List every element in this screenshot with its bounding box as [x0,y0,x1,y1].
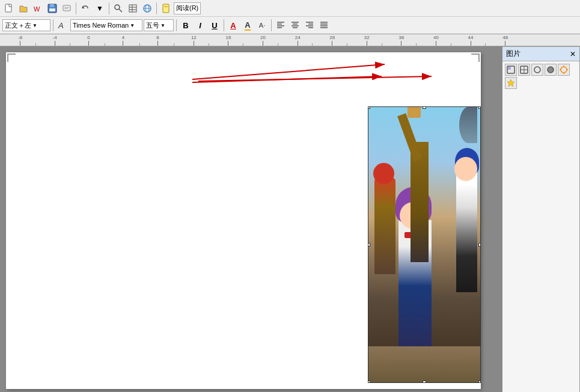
font-dropdown-arrow: ▼ [130,23,135,28]
ruler-tick-0: 0 [87,35,90,46]
svg-rect-7 [64,8,68,9]
svg-text:A: A [58,21,64,30]
main-area: 图片 ✕ [0,46,580,392]
font-highlight-button[interactable]: A [241,19,254,32]
paragraph-style-dropdown[interactable]: 正文＋左 ▼ [2,19,50,31]
image-tool-5[interactable] [558,64,570,76]
image-tool-4[interactable] [545,64,557,76]
sep7 [271,19,272,31]
svg-line-10 [119,9,122,12]
ruler-tick--2 [70,43,70,46]
print-preview-button[interactable] [60,2,73,15]
ruler-tick-38 [416,43,417,46]
align-right-button[interactable] [303,19,316,32]
read-mode-label: 阅读(R) [176,4,198,13]
undo-arrow-button[interactable]: ▼ [93,2,106,15]
ruler-tick-22 [278,43,278,46]
font-color-button[interactable]: A [227,19,240,32]
font-size-dropdown[interactable]: 五号 ▼ [144,19,174,31]
ruler-tick-28: 28 [329,35,335,46]
new-button[interactable] [2,2,16,15]
svg-text:W: W [34,5,40,13]
svg-rect-4 [49,8,55,11]
ruler-tick-2 [105,43,105,46]
svg-point-46 [534,67,540,73]
style-dropdown-arrow: ▼ [32,23,37,28]
ruler-tick--8: -8 [18,35,22,46]
sep6 [224,19,224,31]
svg-rect-5 [63,5,70,11]
ruler-tick-32: 32 [364,35,370,46]
bookmark-button[interactable] [159,2,172,15]
image-panel-label: 图片 [506,49,520,59]
image-tool-3[interactable] [531,64,543,76]
svg-rect-11 [129,5,136,12]
ruler-tick-14 [209,43,209,46]
wps-icon[interactable]: W [31,2,44,15]
ruler-tick-20: 20 [260,35,266,46]
ruler-tick-34 [382,43,382,46]
read-mode-button[interactable]: 阅读(R) [174,2,201,14]
image-panel-close[interactable]: ✕ [570,50,576,58]
ruler-tick-42 [451,43,451,46]
separator [76,2,76,14]
ruler-tick-36: 36 [398,35,404,46]
underline-button[interactable]: U [208,19,221,32]
ruler: -8-404812162024283236404448 [0,34,580,46]
ruler-tick--4: -4 [53,35,57,46]
ruler-tick-26 [312,43,313,46]
resize-handle-mr[interactable] [478,243,481,247]
image-tool-2[interactable] [518,64,530,76]
ruler-tick-8: 8 [156,35,159,46]
font-special-button[interactable]: A· [255,19,269,32]
table-button[interactable] [126,2,139,15]
image-panel: 图片 ✕ [502,46,580,392]
resize-handle-bc[interactable] [423,381,426,383]
resize-handle-br[interactable] [478,381,481,383]
svg-point-49 [561,67,567,73]
image-tool-1[interactable] [505,64,517,76]
embedded-image[interactable] [368,106,481,383]
svg-point-9 [115,5,120,10]
toolbar-row1: W ▼ 阅读(R) [0,0,580,17]
toolbar-row2: 正文＋左 ▼ A Times New Roman ▼ 五号 ▼ B I U [0,17,580,34]
ruler-tick-4: 4 [122,35,124,46]
svg-point-47 [548,67,554,73]
align-left-button[interactable] [274,19,287,32]
svg-rect-0 [5,4,11,12]
resize-handle-ml[interactable] [368,243,370,247]
size-dropdown-arrow: ▼ [160,23,165,28]
ruler-tick-48: 48 [502,35,508,46]
web-button[interactable] [141,2,154,15]
open-button[interactable] [17,2,30,15]
image-panel-tools [502,61,579,91]
font-name-dropdown[interactable]: Times New Roman ▼ [70,19,142,31]
image-tool-6[interactable] [505,77,517,89]
ruler-tick-30 [347,43,347,46]
ruler-tick-24: 24 [295,35,301,46]
corner-marker [7,54,16,62]
resize-handle-tc[interactable] [423,106,426,109]
svg-rect-6 [64,7,69,8]
separator2 [109,2,109,14]
align-center-button[interactable] [288,19,302,32]
page-area [0,46,502,392]
find-button[interactable] [112,2,125,15]
bold-button[interactable]: B [179,19,192,32]
resize-handle-tr[interactable] [478,106,481,109]
sep5 [176,19,177,31]
save-button[interactable] [46,2,59,15]
ruler-tick-40: 40 [433,35,439,46]
resize-handle-bl[interactable] [368,381,370,383]
svg-rect-3 [50,4,54,7]
resize-handle-tl[interactable] [368,106,370,109]
undo-button[interactable] [79,2,92,15]
italic-button[interactable]: I [194,19,207,32]
svg-rect-42 [508,67,511,70]
ruler-tick-10 [174,43,174,46]
ruler-tick-44: 44 [468,35,474,46]
justify-button[interactable] [317,19,331,32]
svg-rect-18 [163,4,169,13]
font-size-value: 五号 [146,21,159,30]
font-icon-btn[interactable]: A [56,19,69,32]
